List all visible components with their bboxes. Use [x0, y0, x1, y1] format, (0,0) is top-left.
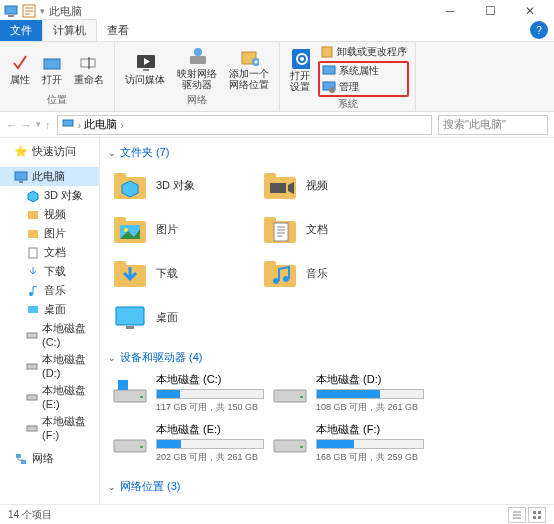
- tree-disk-d[interactable]: 本地磁盘 (D:): [0, 350, 99, 381]
- music-icon: [262, 255, 298, 291]
- svg-rect-53: [264, 261, 276, 267]
- network-location-item[interactable]: Administrator (dyj): [108, 497, 278, 504]
- tree-downloads[interactable]: 下载: [0, 262, 99, 281]
- content-pane: ⌄文件夹 (7) 3D 对象 视频 图片 文档: [100, 138, 554, 504]
- manage-button[interactable]: 管理: [320, 79, 407, 95]
- ribbon-group-system: 打开 设置 卸载或更改程序 系统属性 管理: [280, 42, 416, 111]
- open-button[interactable]: 打开: [38, 51, 66, 87]
- drive-free-text: 168 GB 可用，共 259 GB: [316, 451, 424, 464]
- add-location-button[interactable]: 添加一个 网络位置: [225, 45, 273, 92]
- up-button[interactable]: ↑: [45, 119, 51, 131]
- drive-item[interactable]: 本地磁盘 (F:) 168 GB 可用，共 259 GB: [268, 418, 428, 468]
- uninstall-button[interactable]: 卸载或更改程序: [318, 44, 409, 60]
- open-icon: [42, 53, 62, 73]
- drive-icon: [26, 359, 38, 373]
- tab-view[interactable]: 查看: [97, 20, 139, 41]
- drive-capacity-bar: [316, 439, 424, 449]
- tree-documents[interactable]: 文档: [0, 243, 99, 262]
- tree-pictures[interactable]: 图片: [0, 224, 99, 243]
- forward-button[interactable]: →: [21, 119, 32, 131]
- drive-item[interactable]: 本地磁盘 (C:) 117 GB 可用，共 150 GB: [108, 368, 268, 418]
- svg-rect-3: [44, 59, 60, 69]
- drive-icon: [26, 421, 38, 435]
- network-location-item[interactable]: Administrator (test-1709052006): [278, 497, 448, 504]
- svg-rect-40: [270, 183, 286, 193]
- svg-rect-31: [27, 395, 37, 400]
- tree-network[interactable]: 网络: [0, 449, 99, 468]
- search-box[interactable]: 搜索"此电脑": [438, 115, 548, 135]
- tree-this-pc[interactable]: 此电脑: [0, 167, 99, 186]
- drive-item[interactable]: 本地磁盘 (E:) 202 GB 可用，共 261 GB: [108, 418, 268, 468]
- drive-icon: [112, 422, 148, 458]
- video-icon: [26, 208, 40, 222]
- tree-3d-objects[interactable]: 3D 对象: [0, 186, 99, 205]
- tree-music[interactable]: 音乐: [0, 281, 99, 300]
- svg-rect-17: [323, 66, 335, 74]
- map-drive-button[interactable]: 映射网络 驱动器: [173, 45, 221, 92]
- svg-rect-78: [538, 511, 541, 514]
- svg-rect-39: [264, 173, 276, 179]
- cube-icon: [26, 189, 40, 203]
- drive-name: 本地磁盘 (C:): [156, 372, 264, 387]
- statusbar: 14 个项目: [0, 504, 554, 524]
- computer-icon: [4, 4, 18, 18]
- folder-documents[interactable]: 文档: [258, 207, 408, 251]
- svg-rect-4: [81, 59, 95, 67]
- help-button[interactable]: ?: [530, 21, 548, 39]
- open-settings-button[interactable]: 打开 设置: [286, 47, 314, 94]
- qat-dropdown-icon[interactable]: ▾: [40, 6, 45, 16]
- ribbon-group-network: 访问媒体 映射网络 驱动器 添加一个 网络位置 网络: [115, 42, 280, 111]
- address-box[interactable]: › 此电脑 ›: [57, 115, 433, 135]
- tree-disk-e[interactable]: 本地磁盘 (E:): [0, 381, 99, 412]
- section-folders-header[interactable]: ⌄文件夹 (7): [108, 142, 546, 163]
- large-icons-view-button[interactable]: [528, 507, 546, 523]
- drive-capacity-bar: [156, 439, 264, 449]
- svg-rect-49: [274, 223, 288, 241]
- ribbon: 属性 打开 重命名 位置 访问媒体 映射网络 驱动器: [0, 42, 554, 112]
- drive-name: 本地磁盘 (D:): [316, 372, 424, 387]
- folder-music[interactable]: 音乐: [258, 251, 408, 295]
- folder-downloads[interactable]: 下载: [108, 251, 258, 295]
- tree-quick-access[interactable]: ⭐快速访问: [0, 142, 99, 161]
- tree-disk-c[interactable]: 本地磁盘 (C:): [0, 319, 99, 350]
- back-button[interactable]: ←: [6, 119, 17, 131]
- drive-icon: [272, 372, 308, 408]
- tree-disk-f[interactable]: 本地磁盘 (F:): [0, 412, 99, 443]
- svg-point-45: [124, 228, 128, 232]
- section-drives-header[interactable]: ⌄设备和驱动器 (4): [108, 347, 546, 368]
- tab-computer[interactable]: 计算机: [42, 19, 97, 41]
- maximize-button[interactable]: ☐: [470, 0, 510, 22]
- item-count: 14 个项目: [8, 508, 52, 522]
- drive-item[interactable]: 本地磁盘 (D:) 108 GB 可用，共 261 GB: [268, 368, 428, 418]
- add-location-icon: [239, 47, 259, 67]
- svg-rect-57: [126, 326, 134, 329]
- drive-free-text: 117 GB 可用，共 150 GB: [156, 401, 264, 414]
- cube-icon: [112, 167, 148, 203]
- tab-file[interactable]: 文件: [0, 20, 42, 41]
- svg-rect-30: [27, 364, 37, 369]
- minimize-button[interactable]: ─: [430, 0, 470, 22]
- details-view-button[interactable]: [508, 507, 526, 523]
- svg-rect-16: [322, 47, 332, 57]
- window-title: 此电脑: [49, 4, 82, 19]
- close-button[interactable]: ✕: [510, 0, 550, 22]
- tree-desktop[interactable]: 桌面: [0, 300, 99, 319]
- media-icon: [135, 53, 155, 73]
- folder-desktop[interactable]: 桌面: [108, 295, 258, 339]
- properties-icon[interactable]: [22, 4, 36, 18]
- computer-icon: [14, 170, 28, 184]
- properties-button[interactable]: 属性: [6, 51, 34, 87]
- folder-pictures[interactable]: 图片: [108, 207, 258, 251]
- drive-free-text: 108 GB 可用，共 261 GB: [316, 401, 424, 414]
- history-dropdown[interactable]: ▾: [36, 119, 41, 131]
- folder-videos[interactable]: 视频: [258, 163, 408, 207]
- folder-3d-objects[interactable]: 3D 对象: [108, 163, 258, 207]
- tree-videos[interactable]: 视频: [0, 205, 99, 224]
- access-media-button[interactable]: 访问媒体: [121, 51, 169, 87]
- download-icon: [112, 255, 148, 291]
- svg-rect-80: [538, 516, 541, 519]
- rename-button[interactable]: 重命名: [70, 51, 108, 87]
- svg-rect-64: [140, 446, 143, 448]
- section-netloc-header[interactable]: ⌄网络位置 (3): [108, 476, 546, 497]
- system-properties-button[interactable]: 系统属性: [320, 63, 407, 79]
